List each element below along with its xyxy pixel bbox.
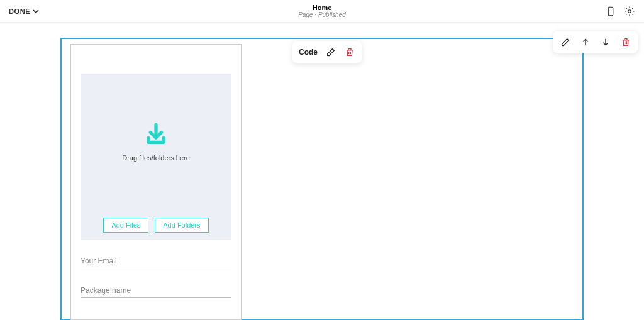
- download-icon: [143, 121, 169, 150]
- move-up-button[interactable]: [580, 36, 591, 48]
- arrow-up-icon: [580, 37, 591, 47]
- page-heading: Home Page · Published: [298, 4, 346, 18]
- done-label: DONE: [9, 8, 30, 15]
- svg-point-2: [628, 9, 631, 13]
- code-label: Code: [299, 48, 318, 57]
- trash-icon: [621, 37, 631, 47]
- dropzone[interactable]: Drag files/folders here Add Files Add Fo…: [80, 74, 231, 240]
- page-subtitle: Page · Published: [298, 11, 346, 18]
- package-name-field[interactable]: [80, 284, 231, 298]
- chevron-down-icon: [33, 8, 39, 14]
- arrow-down-icon: [601, 37, 611, 47]
- email-field[interactable]: [80, 254, 231, 268]
- code-block-toolbar: Code: [292, 41, 362, 63]
- trash-icon: [345, 47, 355, 57]
- email-field-wrap: [80, 254, 231, 268]
- page-title: Home: [298, 4, 346, 11]
- mobile-preview-button[interactable]: [605, 6, 616, 17]
- form-fields: [80, 254, 231, 298]
- pencil-icon: [326, 47, 336, 57]
- edit-section-button[interactable]: [560, 36, 571, 48]
- editor-stage: Drag files/folders here Add Files Add Fo…: [0, 23, 644, 320]
- dropzone-buttons: Add Files Add Folders: [80, 218, 231, 233]
- settings-button[interactable]: [624, 6, 635, 17]
- add-folders-button[interactable]: Add Folders: [155, 218, 208, 233]
- move-down-button[interactable]: [600, 36, 611, 48]
- gear-icon: [624, 6, 635, 17]
- delete-section-button[interactable]: [620, 36, 631, 48]
- dropzone-text: Drag files/folders here: [80, 154, 231, 162]
- add-files-button[interactable]: Add Files: [103, 218, 148, 233]
- done-button[interactable]: DONE: [9, 8, 39, 15]
- section-toolbar: [553, 31, 638, 53]
- embed-panel: Drag files/folders here Add Files Add Fo…: [70, 44, 242, 320]
- package-field-wrap: [80, 284, 231, 298]
- topbar: DONE Home Page · Published: [0, 0, 644, 23]
- topbar-actions: [605, 6, 635, 17]
- delete-code-button[interactable]: [344, 47, 355, 58]
- pencil-icon: [560, 37, 570, 47]
- mobile-icon: [605, 6, 616, 17]
- edit-code-button[interactable]: [325, 47, 336, 58]
